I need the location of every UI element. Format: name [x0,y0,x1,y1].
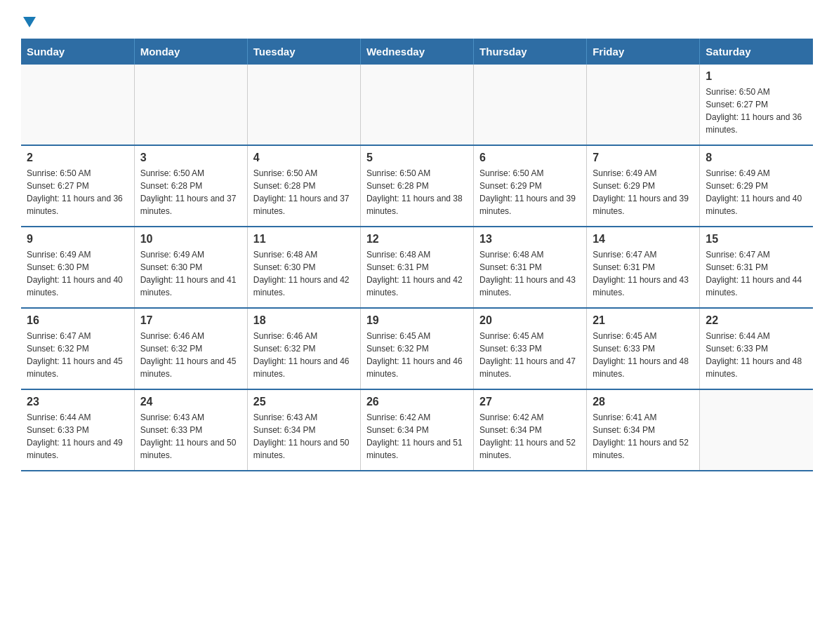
day-number: 28 [593,396,694,408]
calendar-cell: 20 Sunrise: 6:45 AMSunset: 6:33 PMDaylig… [474,308,587,389]
calendar-table: SundayMondayTuesdayWednesdayThursdayFrid… [21,39,813,471]
calendar-cell: 19 Sunrise: 6:45 AMSunset: 6:32 PMDaylig… [360,308,473,389]
day-info: Sunrise: 6:47 AMSunset: 6:32 PMDaylight:… [27,330,128,380]
calendar-cell: 25 Sunrise: 6:43 AMSunset: 6:34 PMDaylig… [247,389,360,471]
day-info: Sunrise: 6:50 AMSunset: 6:27 PMDaylight:… [706,86,807,136]
day-number: 18 [253,314,355,327]
day-number: 8 [706,152,807,164]
day-info: Sunrise: 6:44 AMSunset: 6:33 PMDaylight:… [27,411,128,462]
calendar-cell [474,65,587,145]
day-info: Sunrise: 6:48 AMSunset: 6:31 PMDaylight:… [479,248,581,299]
calendar-cell: 24 Sunrise: 6:43 AMSunset: 6:33 PMDaylig… [134,389,247,471]
calendar-cell [247,65,360,145]
calendar-cell [587,65,700,145]
calendar-cell: 15 Sunrise: 6:47 AMSunset: 6:31 PMDaylig… [700,227,813,308]
weekday-header-wednesday: Wednesday [360,39,473,65]
day-info: Sunrise: 6:49 AMSunset: 6:30 PMDaylight:… [27,248,128,299]
day-info: Sunrise: 6:50 AMSunset: 6:29 PMDaylight:… [479,167,581,217]
logo-triangle-icon [23,17,36,27]
day-number: 15 [706,233,807,246]
week-row-1: 1 Sunrise: 6:50 AMSunset: 6:27 PMDayligh… [21,65,813,145]
day-info: Sunrise: 6:47 AMSunset: 6:31 PMDaylight:… [593,248,694,299]
day-info: Sunrise: 6:47 AMSunset: 6:31 PMDaylight:… [706,248,807,299]
day-number: 14 [593,233,694,246]
day-info: Sunrise: 6:50 AMSunset: 6:27 PMDaylight:… [27,167,128,217]
weekday-header-tuesday: Tuesday [247,39,360,65]
calendar-cell: 14 Sunrise: 6:47 AMSunset: 6:31 PMDaylig… [587,227,700,308]
day-number: 13 [479,233,581,246]
weekday-header-saturday: Saturday [700,39,813,65]
day-number: 12 [366,233,468,246]
day-info: Sunrise: 6:49 AMSunset: 6:29 PMDaylight:… [593,167,694,217]
calendar-cell: 23 Sunrise: 6:44 AMSunset: 6:33 PMDaylig… [21,389,134,471]
weekday-header-row: SundayMondayTuesdayWednesdayThursdayFrid… [21,39,813,65]
day-info: Sunrise: 6:41 AMSunset: 6:34 PMDaylight:… [593,411,694,462]
weekday-header-monday: Monday [134,39,247,65]
day-number: 6 [479,152,581,164]
calendar-cell: 5 Sunrise: 6:50 AMSunset: 6:28 PMDayligh… [360,145,473,227]
calendar-cell: 22 Sunrise: 6:44 AMSunset: 6:33 PMDaylig… [700,308,813,389]
day-info: Sunrise: 6:46 AMSunset: 6:32 PMDaylight:… [253,330,355,380]
day-number: 5 [366,152,468,164]
day-number: 20 [479,314,581,327]
calendar-cell: 10 Sunrise: 6:49 AMSunset: 6:30 PMDaylig… [134,227,247,308]
day-info: Sunrise: 6:43 AMSunset: 6:33 PMDaylight:… [140,411,241,462]
page-header [21,14,813,25]
day-info: Sunrise: 6:48 AMSunset: 6:30 PMDaylight:… [253,248,355,299]
weekday-header-thursday: Thursday [474,39,587,65]
calendar-cell [21,65,134,145]
day-info: Sunrise: 6:42 AMSunset: 6:34 PMDaylight:… [479,411,581,462]
calendar-cell: 12 Sunrise: 6:48 AMSunset: 6:31 PMDaylig… [360,227,473,308]
calendar-cell: 16 Sunrise: 6:47 AMSunset: 6:32 PMDaylig… [21,308,134,389]
calendar-cell: 6 Sunrise: 6:50 AMSunset: 6:29 PMDayligh… [474,145,587,227]
calendar-cell: 2 Sunrise: 6:50 AMSunset: 6:27 PMDayligh… [21,145,134,227]
day-number: 23 [27,396,128,408]
day-info: Sunrise: 6:49 AMSunset: 6:29 PMDaylight:… [706,167,807,217]
day-number: 4 [253,152,355,164]
calendar-cell: 4 Sunrise: 6:50 AMSunset: 6:28 PMDayligh… [247,145,360,227]
day-number: 2 [27,152,128,164]
calendar-cell: 1 Sunrise: 6:50 AMSunset: 6:27 PMDayligh… [700,65,813,145]
day-number: 3 [140,152,241,164]
weekday-header-friday: Friday [587,39,700,65]
calendar-cell: 9 Sunrise: 6:49 AMSunset: 6:30 PMDayligh… [21,227,134,308]
day-number: 1 [706,70,807,83]
day-info: Sunrise: 6:49 AMSunset: 6:30 PMDaylight:… [140,248,241,299]
day-info: Sunrise: 6:43 AMSunset: 6:34 PMDaylight:… [253,411,355,462]
day-info: Sunrise: 6:50 AMSunset: 6:28 PMDaylight:… [253,167,355,217]
day-info: Sunrise: 6:42 AMSunset: 6:34 PMDaylight:… [366,411,468,462]
calendar-cell: 13 Sunrise: 6:48 AMSunset: 6:31 PMDaylig… [474,227,587,308]
day-number: 11 [253,233,355,246]
calendar-cell: 28 Sunrise: 6:41 AMSunset: 6:34 PMDaylig… [587,389,700,471]
calendar-cell: 26 Sunrise: 6:42 AMSunset: 6:34 PMDaylig… [360,389,473,471]
day-number: 16 [27,314,128,327]
calendar-cell [700,389,813,471]
week-row-2: 2 Sunrise: 6:50 AMSunset: 6:27 PMDayligh… [21,145,813,227]
day-info: Sunrise: 6:45 AMSunset: 6:32 PMDaylight:… [366,330,468,380]
day-number: 22 [706,314,807,327]
calendar-cell [360,65,473,145]
calendar-cell: 21 Sunrise: 6:45 AMSunset: 6:33 PMDaylig… [587,308,700,389]
day-number: 10 [140,233,241,246]
calendar-cell: 11 Sunrise: 6:48 AMSunset: 6:30 PMDaylig… [247,227,360,308]
day-info: Sunrise: 6:45 AMSunset: 6:33 PMDaylight:… [479,330,581,380]
calendar-cell [134,65,247,145]
calendar-cell: 3 Sunrise: 6:50 AMSunset: 6:28 PMDayligh… [134,145,247,227]
logo [21,14,36,25]
day-info: Sunrise: 6:44 AMSunset: 6:33 PMDaylight:… [706,330,807,380]
day-info: Sunrise: 6:46 AMSunset: 6:32 PMDaylight:… [140,330,241,380]
weekday-header-sunday: Sunday [21,39,134,65]
day-number: 7 [593,152,694,164]
week-row-3: 9 Sunrise: 6:49 AMSunset: 6:30 PMDayligh… [21,227,813,308]
calendar-cell: 18 Sunrise: 6:46 AMSunset: 6:32 PMDaylig… [247,308,360,389]
week-row-4: 16 Sunrise: 6:47 AMSunset: 6:32 PMDaylig… [21,308,813,389]
day-number: 21 [593,314,694,327]
day-info: Sunrise: 6:50 AMSunset: 6:28 PMDaylight:… [366,167,468,217]
day-number: 9 [27,233,128,246]
day-number: 19 [366,314,468,327]
week-row-5: 23 Sunrise: 6:44 AMSunset: 6:33 PMDaylig… [21,389,813,471]
day-info: Sunrise: 6:50 AMSunset: 6:28 PMDaylight:… [140,167,241,217]
calendar-cell: 7 Sunrise: 6:49 AMSunset: 6:29 PMDayligh… [587,145,700,227]
day-info: Sunrise: 6:45 AMSunset: 6:33 PMDaylight:… [593,330,694,380]
calendar-cell: 27 Sunrise: 6:42 AMSunset: 6:34 PMDaylig… [474,389,587,471]
